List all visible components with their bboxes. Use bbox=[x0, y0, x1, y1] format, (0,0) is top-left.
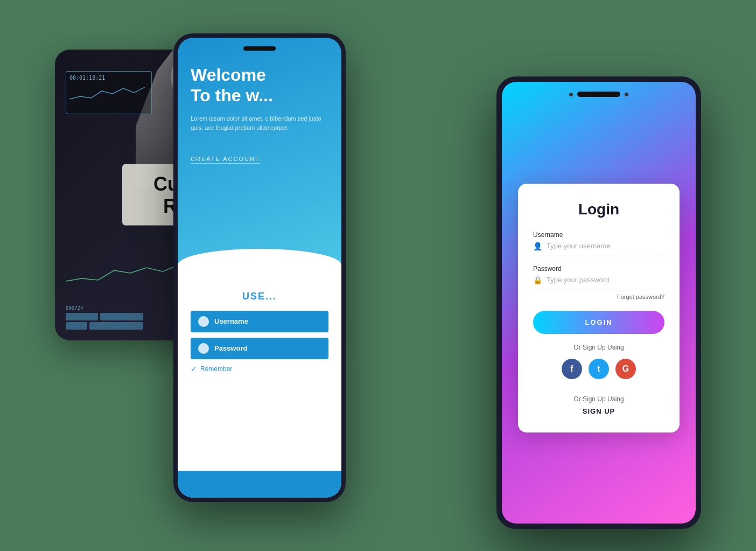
login-username-placeholder: Type your username bbox=[547, 242, 611, 250]
login-user-icon: 👤 bbox=[533, 242, 542, 250]
login-username-label: Username bbox=[533, 231, 664, 239]
tablet-top-blue: WelcomeTo the w... Lorem ipsum dolor sit… bbox=[178, 38, 341, 280]
login-password-placeholder: Type your password bbox=[547, 276, 609, 284]
tablet-remember-label: Remember bbox=[200, 365, 232, 373]
tablet-notch-dot-right bbox=[625, 93, 628, 96]
login-forgot-password[interactable]: Forgot password? bbox=[533, 294, 664, 300]
tablet-mid: WelcomeTo the w... Lorem ipsum dolor sit… bbox=[173, 33, 346, 502]
login-card: Login Username 👤 Type your username Pass… bbox=[518, 184, 680, 433]
tablet-notch-mid bbox=[243, 46, 276, 51]
login-or-label: Or Sign Up Using bbox=[533, 344, 664, 351]
social-twitter-btn[interactable]: t bbox=[589, 359, 609, 379]
tablet-mid-desc: Lorem ipsum dolor sit amet, c bibendum s… bbox=[191, 114, 328, 132]
hud-block-4 bbox=[89, 322, 143, 330]
tablet-bottom-white: USE... Username Password ✓ Remember bbox=[178, 280, 341, 498]
tablet-password-label: Password bbox=[214, 344, 247, 352]
social-icons: f t G bbox=[533, 359, 664, 379]
tablet-notch-dot-left bbox=[569, 93, 573, 96]
hud-block-2 bbox=[100, 313, 143, 320]
login-lock-icon: 🔒 bbox=[533, 276, 542, 284]
login-username-field[interactable]: 👤 Type your username bbox=[533, 242, 664, 255]
tablet-remember[interactable]: ✓ Remember bbox=[191, 365, 328, 373]
tablet-mid-title-text: WelcomeTo the w... bbox=[191, 65, 273, 105]
hud-block-3 bbox=[66, 322, 87, 330]
hud-block-1 bbox=[66, 313, 98, 320]
social-facebook-btn[interactable]: f bbox=[562, 359, 582, 379]
scene: 00:01:18:21 Custom Roles bbox=[55, 33, 701, 518]
google-icon-label: G bbox=[622, 364, 629, 374]
tablet-password-field[interactable]: Password bbox=[191, 338, 328, 359]
tablet-mid-title: WelcomeTo the w... bbox=[191, 65, 328, 106]
login-or2-label: Or Sign Up Using bbox=[533, 395, 664, 403]
tablet-username-field[interactable]: Username bbox=[191, 311, 328, 332]
tablet-user-icon bbox=[198, 316, 209, 327]
tablet-mid-inner: WelcomeTo the w... Lorem ipsum dolor sit… bbox=[178, 38, 341, 498]
login-password-field[interactable]: 🔒 Type your password bbox=[533, 276, 664, 289]
tablet-login-section-title: USE... bbox=[191, 291, 328, 302]
login-button[interactable]: LOGIN bbox=[533, 311, 664, 334]
hud-panel-tl: 00:01:18:21 bbox=[66, 71, 152, 114]
tablet-create-account-btn[interactable]: CREATE ACCOUNT bbox=[191, 156, 260, 164]
login-title: Login bbox=[533, 201, 664, 218]
tablet-front: Login Username 👤 Type your username Pass… bbox=[496, 76, 701, 529]
tablet-blue-wave bbox=[178, 249, 341, 281]
tablet-bottom-strip bbox=[178, 471, 341, 498]
tablet-notch-front bbox=[577, 92, 620, 97]
tablet-username-label: Username bbox=[214, 317, 248, 325]
social-google-btn[interactable]: G bbox=[615, 359, 636, 379]
tablet-front-inner: Login Username 👤 Type your username Pass… bbox=[502, 82, 696, 524]
hud-timer: 00:01:18:21 bbox=[69, 75, 148, 81]
tablet-lock-icon bbox=[198, 343, 209, 354]
hud-line-chart bbox=[69, 83, 145, 104]
login-password-label: Password bbox=[533, 265, 664, 273]
facebook-icon-label: f bbox=[570, 364, 573, 374]
signup-button[interactable]: SIGN UP bbox=[533, 407, 664, 415]
twitter-icon-label: t bbox=[597, 364, 600, 374]
hud-id-panel: 900724 bbox=[66, 305, 143, 330]
